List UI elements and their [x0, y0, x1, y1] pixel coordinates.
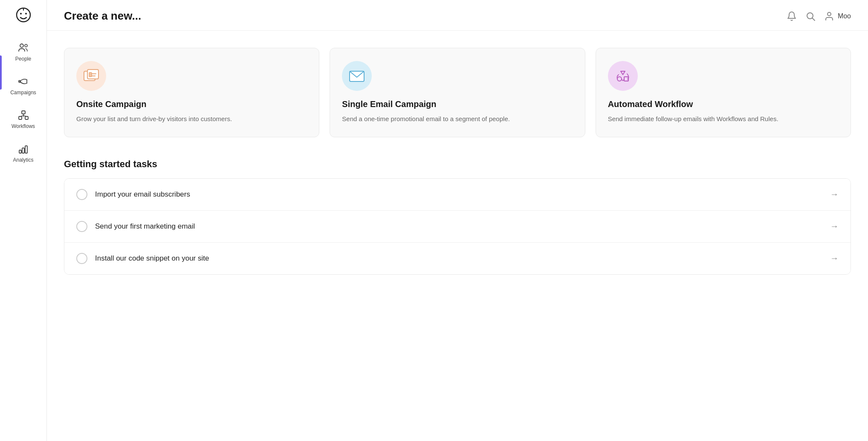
app-logo[interactable]	[12, 4, 35, 27]
email-campaign-card[interactable]: Single Email Campaign Send a one-time pr…	[330, 48, 585, 137]
task-arrow-import: →	[830, 189, 839, 199]
workflow-title: Automated Workflow	[608, 99, 839, 109]
onsite-campaign-icon	[81, 65, 102, 87]
task-arrow-email: →	[830, 221, 839, 231]
onsite-campaign-card[interactable]: Onsite Campaign Grow your list and turn …	[64, 48, 319, 137]
email-campaign-title: Single Email Campaign	[342, 99, 573, 109]
user-menu[interactable]: Moo	[824, 11, 851, 21]
task-checkbox-import[interactable]	[76, 189, 87, 200]
svg-point-14	[827, 12, 831, 16]
getting-started-section: Getting started tasks Import your email …	[64, 159, 851, 275]
search-icon[interactable]	[805, 11, 816, 21]
sidebar-item-campaigns[interactable]: Campaigns	[0, 70, 46, 102]
svg-line-13	[812, 18, 815, 20]
task-install-snippet[interactable]: Install our code snippet on your site →	[64, 243, 851, 274]
task-left-3: Install our code snippet on your site	[76, 253, 209, 264]
svg-rect-9	[19, 150, 21, 153]
onsite-campaign-desc: Grow your list and turn drive-by visitor…	[76, 114, 307, 124]
svg-point-3	[20, 44, 23, 47]
user-name: Moo	[838, 12, 851, 20]
sidebar: People Campaigns Workflows Analytics	[0, 0, 47, 441]
create-options-grid: Onsite Campaign Grow your list and turn …	[64, 48, 851, 137]
email-campaign-desc: Send a one-time promotional email to a s…	[342, 114, 573, 124]
task-label-import: Import your email subscribers	[95, 190, 190, 199]
sidebar-item-campaigns-label: Campaigns	[10, 90, 36, 96]
svg-point-2	[25, 13, 27, 15]
task-list: Import your email subscribers → Send you…	[64, 178, 851, 275]
getting-started-title: Getting started tasks	[64, 159, 851, 170]
user-icon	[824, 11, 834, 21]
sidebar-item-people[interactable]: People	[0, 36, 46, 68]
onsite-campaign-icon-bg	[76, 61, 106, 91]
svg-point-1	[20, 13, 22, 15]
svg-rect-19	[89, 73, 92, 77]
header-actions: Moo	[787, 11, 851, 21]
workflow-card[interactable]: Automated Workflow Send immediate follow…	[596, 48, 851, 137]
people-icon	[17, 42, 29, 54]
onsite-campaign-title: Onsite Campaign	[76, 99, 307, 109]
notifications-icon[interactable]	[787, 11, 797, 21]
task-checkbox-snippet[interactable]	[76, 253, 87, 264]
svg-rect-11	[25, 146, 27, 153]
page-header: Create a new...	[47, 0, 868, 31]
task-arrow-snippet: →	[830, 253, 839, 263]
task-left-2: Send your first marketing email	[76, 221, 195, 232]
main-content: Create a new...	[47, 0, 868, 441]
svg-rect-23	[624, 77, 628, 81]
sidebar-item-people-label: People	[15, 56, 31, 62]
task-checkbox-email[interactable]	[76, 221, 87, 232]
email-campaign-icon	[346, 65, 367, 87]
task-label-snippet: Install our code snippet on your site	[95, 254, 209, 263]
svg-rect-6	[19, 116, 22, 119]
svg-rect-8	[22, 111, 25, 114]
svg-point-22	[617, 77, 622, 81]
svg-rect-7	[25, 116, 28, 119]
email-campaign-icon-bg	[342, 61, 372, 91]
campaigns-icon	[17, 75, 29, 87]
active-nav-indicator	[0, 55, 2, 90]
page-title: Create a new...	[64, 9, 141, 23]
task-label-email: Send your first marketing email	[95, 222, 195, 231]
sidebar-item-analytics[interactable]: Analytics	[0, 137, 46, 169]
task-left: Import your email subscribers	[76, 189, 190, 200]
workflow-icon-bg	[608, 61, 638, 91]
task-first-email[interactable]: Send your first marketing email →	[64, 211, 851, 243]
sidebar-item-workflows-label: Workflows	[12, 123, 35, 129]
svg-rect-10	[22, 148, 24, 153]
task-import-subscribers[interactable]: Import your email subscribers →	[64, 179, 851, 211]
svg-point-4	[25, 44, 27, 47]
workflow-desc: Send immediate follow-up emails with Wor…	[608, 114, 839, 124]
svg-marker-21	[621, 71, 625, 75]
workflows-icon	[17, 109, 29, 121]
analytics-icon	[17, 143, 29, 155]
automated-workflow-icon	[612, 65, 634, 87]
sidebar-item-analytics-label: Analytics	[13, 157, 33, 163]
content-area: Onsite Campaign Grow your list and turn …	[47, 31, 868, 441]
sidebar-item-workflows[interactable]: Workflows	[0, 103, 46, 135]
